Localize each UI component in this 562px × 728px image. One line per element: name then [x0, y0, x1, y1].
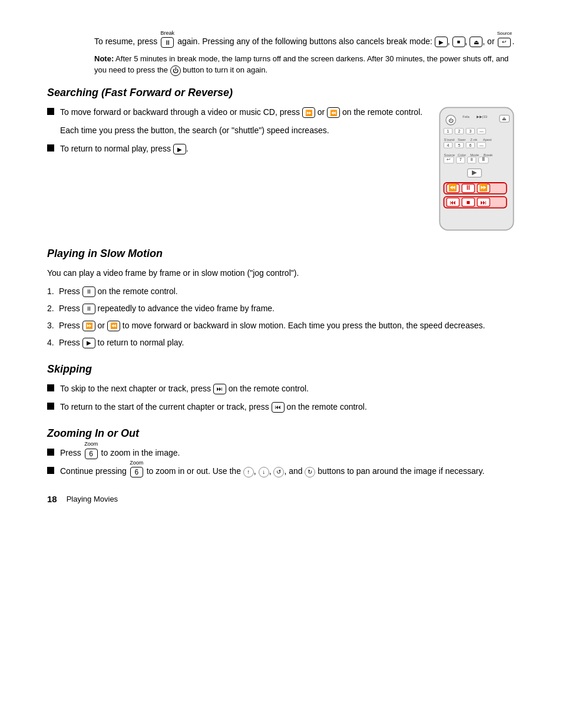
svg-text:⏭: ⏭: [480, 198, 487, 205]
bullet-icon-2: [47, 144, 54, 151]
svg-text:—: —: [480, 143, 484, 147]
step-num-4: 4.: [47, 337, 59, 349]
searching-bullet-2-text: To return to normal play, press ▶.: [60, 143, 427, 155]
searching-bullet-list: To move forward or backward through a vi…: [47, 106, 427, 118]
remote-svg: ⏻ Fela ▶▶|33 ⏏ 1 2 3 — S'ound: [438, 106, 515, 232]
break-button-wrap: Break ⏸: [161, 36, 174, 48]
play-btn-3: ▶: [82, 338, 95, 348]
slow-motion-step-2: 2. Press ⏸ repeatedly to advance the vid…: [47, 302, 515, 315]
skip-back-icon: ⏮: [275, 403, 281, 411]
searching-bullet-list-2: To return to normal play, press ▶.: [47, 143, 427, 155]
rew-icon-2: ⏪: [110, 321, 117, 330]
bullet-icon: [47, 108, 54, 115]
svg-text:Z-nk: Z-nk: [470, 138, 477, 141]
zooming-title: Zooming In or Out: [47, 427, 515, 440]
searching-bullet-1-text: To move forward or backward through a vi…: [60, 106, 427, 118]
bullet-icon-4: [47, 403, 54, 410]
searching-bullet-2: To return to normal play, press ▶.: [47, 143, 427, 155]
arrow-down-icon: ↓: [259, 467, 269, 477]
intro-line1: To resume, press Break ⏸ again. Pressing…: [94, 35, 515, 48]
ff-icon: ⏩: [305, 108, 312, 117]
skipping-bullet-list: To skip to the next chapter or track, pr…: [47, 383, 515, 413]
step-num-2: 2.: [47, 302, 59, 315]
slow-motion-step-3: 3. Press ⏩ or ⏪ to move forward or backw…: [47, 319, 515, 332]
searching-title: Searching (Fast Forward or Reverse): [47, 87, 515, 99]
step-1-text: Press ⏸ on the remote control.: [59, 285, 178, 298]
svg-text:Swer: Swer: [458, 138, 465, 141]
zooming-bullet-2: Continue pressing Zoom 6 to zoom in or o…: [47, 465, 515, 478]
svg-text:6: 6: [469, 143, 471, 147]
skipping-bullet-1: To skip to the next chapter or track, pr…: [47, 383, 515, 395]
svg-text:1: 1: [447, 129, 449, 134]
play-button-2: ▶: [173, 144, 186, 154]
page-footer: 18 Playing Movies: [47, 494, 118, 504]
arrow-up-icon: ↑: [243, 467, 254, 477]
skip-back-btn: ⏮: [272, 402, 285, 413]
zoom-6-label-1: 6: [89, 449, 93, 459]
skipping-bullet-2: To return to the start of the current ch…: [47, 401, 515, 413]
slow-motion-intro: You can play a video frame by frame or i…: [47, 267, 515, 279]
slow-motion-step-1: 1. Press ⏸ on the remote control.: [47, 285, 515, 298]
source-button-wrap: Source ↩: [498, 36, 511, 48]
searching-bullet-1: To move forward or backward through a vi…: [47, 106, 427, 118]
rew-btn-2: ⏪: [107, 321, 120, 331]
skipping-title: Skipping: [47, 363, 515, 375]
eject-button: ⏏: [470, 37, 482, 47]
skipping-bullet-1-text: To skip to the next chapter or track, pr…: [60, 383, 515, 395]
bullet-icon-6: [47, 467, 54, 474]
source-label: Source: [497, 30, 512, 37]
svg-text:2: 2: [458, 129, 460, 134]
zooming-section: Zooming In or Out Press Zoom 6 to zoom i…: [47, 427, 515, 479]
skipping-section: Skipping To skip to the next chapter or …: [47, 363, 515, 413]
svg-text:Fela: Fela: [462, 115, 470, 118]
rew-icon: ⏪: [330, 108, 337, 117]
break-button: ⏸: [161, 37, 174, 48]
svg-text:▶▶|33: ▶▶|33: [477, 115, 488, 118]
zoom-6-label-2: 6: [134, 467, 138, 477]
searching-sub-para: Each time you press the button, the sear…: [60, 124, 427, 137]
pause-btn-2: ⏸: [82, 304, 95, 314]
zooming-bullet-1: Press Zoom 6 to zoom in the image.: [47, 447, 515, 460]
svg-text:Source: Source: [444, 153, 455, 157]
note-text: Note: After 5 minutes in break mode, the…: [94, 53, 515, 76]
searching-text: To move forward or backward through a vi…: [47, 106, 427, 233]
slow-motion-steps: 1. Press ⏸ on the remote control. 2. Pre…: [47, 285, 515, 349]
ff-btn-2: ⏩: [82, 321, 95, 331]
svg-text:⏩: ⏩: [479, 183, 488, 192]
source-button: ↩: [498, 38, 511, 47]
svg-text:5: 5: [458, 143, 460, 147]
eject-icon: ⏏: [474, 38, 479, 47]
skip-fwd-icon: ⏭: [217, 384, 223, 393]
bullet-icon-3: [47, 384, 54, 391]
svg-text:⏸: ⏸: [465, 183, 472, 192]
page: To resume, press Break ⏸ again. Pressing…: [0, 0, 562, 528]
ff-icon-2: ⏩: [85, 321, 92, 330]
step-num-3: 3.: [47, 319, 59, 332]
slow-motion-title: Playing in Slow Motion: [47, 248, 515, 260]
arrow-right-icon: ↻: [305, 467, 315, 477]
svg-text:■: ■: [467, 198, 470, 205]
svg-text:8: 8: [471, 157, 473, 162]
rew-button: ⏪: [327, 107, 340, 118]
zoom-btn-1-wrap: Zoom 6: [85, 447, 98, 459]
svg-text:Mode: Mode: [470, 153, 479, 157]
svg-text:S'ound: S'ound: [444, 138, 454, 141]
page-number: 18: [47, 494, 57, 504]
step-4-text: Press ▶ to return to normal play.: [59, 337, 184, 349]
skip-fwd-btn: ⏭: [213, 384, 226, 394]
svg-text:7: 7: [459, 157, 462, 162]
break-label: Break: [161, 29, 175, 38]
ff-button: ⏩: [302, 107, 315, 118]
zoom-btn-2-wrap: Zoom 6: [130, 466, 143, 478]
svg-text:↩: ↩: [447, 157, 451, 162]
svg-text:3: 3: [469, 129, 471, 134]
svg-text:Color: Color: [458, 153, 466, 157]
stop-button: ■: [452, 37, 465, 47]
power-icon: ⏻: [173, 66, 178, 75]
zoom-6-btn-2: 6: [130, 467, 143, 477]
searching-content: To move forward or backward through a vi…: [47, 106, 515, 233]
zoom-label-2: Zoom: [130, 459, 143, 467]
zoom-6-btn-1: 6: [85, 449, 98, 459]
svg-text:Apext: Apext: [483, 138, 492, 141]
play-icon-2: ▶: [177, 145, 182, 154]
